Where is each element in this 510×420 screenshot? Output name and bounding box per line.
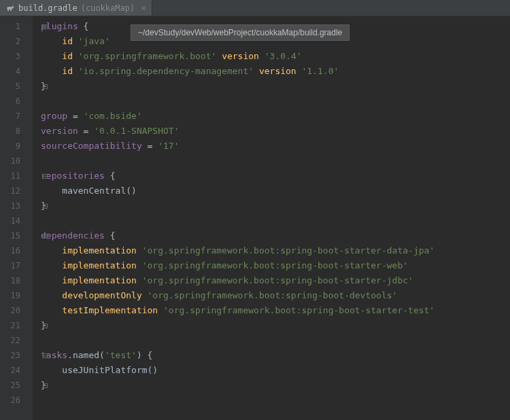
line-number[interactable]: 8 [0, 124, 33, 139]
code-line[interactable]: ⊟} [41, 378, 510, 393]
line-number[interactable]: 4 [0, 64, 33, 79]
file-tab[interactable]: build.gradle (cuokkaMap) × [0, 0, 152, 16]
line-number[interactable]: 3 [0, 49, 33, 64]
editor: 1 2 3 4 5 6 7 8 9 10 11 12 13 14 15 16 1… [0, 16, 510, 420]
fold-icon[interactable]: ⊟ [42, 79, 48, 94]
line-number[interactable]: 23 [0, 348, 33, 363]
line-number[interactable]: 9 [0, 139, 33, 154]
code-line[interactable]: developmentOnly 'org.springframework.boo… [41, 288, 510, 303]
path-tooltip: ~/devStudy/devWeb/webProject/cuokkaMap/b… [131, 24, 350, 41]
line-number[interactable]: 19 [0, 288, 33, 303]
code-line[interactable]: implementation 'org.springframework.boot… [41, 273, 510, 288]
code-line[interactable]: ⊟tasks.named('test') { [41, 348, 510, 363]
tab-bar: build.gradle (cuokkaMap) × [0, 0, 510, 16]
line-number[interactable]: 18 [0, 273, 33, 288]
code-line[interactable]: ⊟dependencies { [41, 228, 510, 243]
fold-icon[interactable]: ⊟ [42, 19, 48, 34]
code-line[interactable]: sourceCompatibility = '17' [41, 139, 510, 154]
code-line[interactable]: ⊟} [41, 318, 510, 333]
code-line[interactable] [41, 393, 510, 408]
line-number[interactable]: 5 [0, 79, 33, 94]
line-number[interactable]: 21 [0, 318, 33, 333]
code-line[interactable]: testImplementation 'org.springframework.… [41, 303, 510, 318]
line-number[interactable]: 24 [0, 363, 33, 378]
line-number[interactable]: 2 [0, 34, 33, 49]
line-number[interactable]: 6 [0, 94, 33, 109]
code-area[interactable]: ⊟plugins { id 'java' id 'org.springframe… [33, 16, 510, 420]
code-line[interactable]: useJUnitPlatform() [41, 363, 510, 378]
line-number[interactable]: 15 [0, 228, 33, 243]
code-line[interactable] [41, 213, 510, 228]
close-icon[interactable]: × [141, 3, 146, 13]
line-number[interactable]: 11 [0, 169, 33, 183]
line-number[interactable]: 25 [0, 378, 33, 393]
line-number[interactable]: 17 [0, 258, 33, 273]
code-line[interactable]: id 'org.springframework.boot' version '3… [41, 49, 510, 64]
code-line[interactable]: implementation 'org.springframework.boot… [41, 258, 510, 273]
tab-filename: build.gradle [18, 3, 78, 13]
code-line[interactable]: implementation 'org.springframework.boot… [41, 243, 510, 258]
code-line[interactable]: group = 'com.bside' [41, 109, 510, 124]
fold-icon[interactable]: ⊟ [42, 348, 48, 363]
line-number[interactable]: 26 [0, 393, 33, 408]
line-number[interactable]: 7 [0, 109, 33, 124]
line-number[interactable]: 12 [0, 183, 33, 198]
code-line[interactable] [41, 333, 510, 348]
line-number[interactable]: 20 [0, 303, 33, 318]
code-line[interactable] [41, 94, 510, 109]
code-line[interactable]: ⊟repositories { [41, 169, 510, 183]
tab-project: (cuokkaMap) [81, 3, 135, 13]
line-number[interactable]: 1 [0, 19, 33, 34]
fold-icon[interactable]: ⊟ [42, 228, 48, 243]
line-number[interactable]: 22 [0, 333, 33, 348]
fold-icon[interactable]: ⊟ [42, 378, 48, 393]
line-number[interactable]: 16 [0, 243, 33, 258]
tooltip-text: ~/devStudy/devWeb/webProject/cuokkaMap/b… [138, 28, 342, 37]
code-line[interactable]: mavenCentral() [41, 183, 510, 198]
fold-icon[interactable]: ⊟ [42, 198, 48, 213]
line-number[interactable]: 14 [0, 213, 33, 228]
code-line[interactable]: id 'io.spring.dependency-management' ver… [41, 64, 510, 79]
line-number[interactable]: 13 [0, 198, 33, 213]
code-line[interactable]: ⊟} [41, 79, 510, 94]
gradle-icon [5, 3, 15, 13]
fold-icon[interactable]: ⊟ [42, 318, 48, 333]
gutter: 1 2 3 4 5 6 7 8 9 10 11 12 13 14 15 16 1… [0, 16, 33, 420]
code-line[interactable]: ⊟} [41, 198, 510, 213]
code-line[interactable]: version = '0.0.1-SNAPSHOT' [41, 124, 510, 139]
fold-icon[interactable]: ⊟ [42, 169, 48, 183]
code-line[interactable] [41, 154, 510, 169]
line-number[interactable]: 10 [0, 154, 33, 169]
